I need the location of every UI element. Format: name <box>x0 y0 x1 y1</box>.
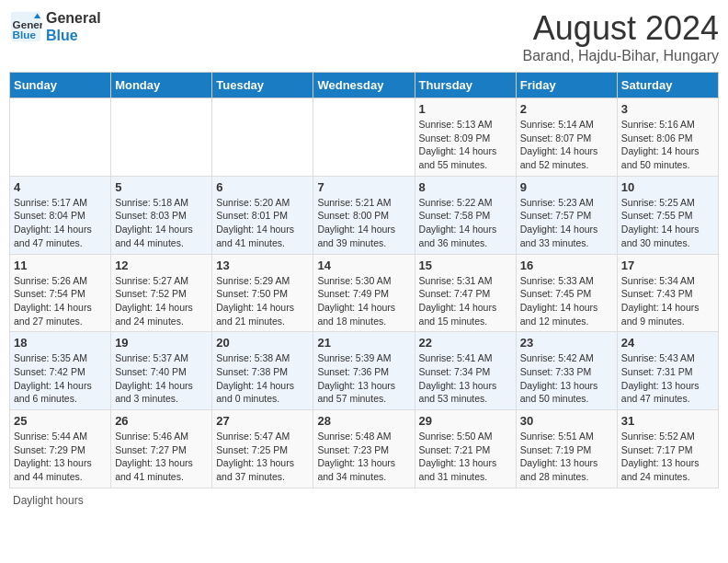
calendar-week-row: 4Sunrise: 5:17 AM Sunset: 8:04 PM Daylig… <box>10 176 719 254</box>
cell-content: Sunrise: 5:27 AM Sunset: 7:52 PM Dayligh… <box>115 274 208 328</box>
calendar-week-row: 11Sunrise: 5:26 AM Sunset: 7:54 PM Dayli… <box>10 254 719 332</box>
calendar-cell <box>212 98 313 177</box>
cell-content: Sunrise: 5:52 AM Sunset: 7:17 PM Dayligh… <box>621 430 714 484</box>
calendar-cell: 29Sunrise: 5:50 AM Sunset: 7:21 PM Dayli… <box>415 410 516 488</box>
footer-note: Daylight hours <box>9 494 719 507</box>
calendar-cell: 28Sunrise: 5:48 AM Sunset: 7:23 PM Dayli… <box>313 410 415 488</box>
calendar-cell: 7Sunrise: 5:21 AM Sunset: 8:00 PM Daylig… <box>313 176 415 254</box>
logo-text-general: General <box>46 9 101 27</box>
cell-content: Sunrise: 5:48 AM Sunset: 7:23 PM Dayligh… <box>317 430 410 484</box>
cell-content: Sunrise: 5:21 AM Sunset: 8:00 PM Dayligh… <box>317 196 410 250</box>
day-number: 9 <box>520 180 613 194</box>
calendar-day-header: Tuesday <box>212 73 313 98</box>
calendar-cell: 12Sunrise: 5:27 AM Sunset: 7:52 PM Dayli… <box>111 254 212 332</box>
day-number: 15 <box>419 259 512 272</box>
cell-content: Sunrise: 5:18 AM Sunset: 8:03 PM Dayligh… <box>115 196 208 250</box>
day-number: 14 <box>317 259 410 272</box>
day-number: 23 <box>520 336 613 350</box>
cell-content: Sunrise: 5:29 AM Sunset: 7:50 PM Dayligh… <box>216 274 309 328</box>
calendar-cell: 8Sunrise: 5:22 AM Sunset: 7:58 PM Daylig… <box>415 176 516 254</box>
subtitle: Barand, Hajdu-Bihar, Hungary <box>523 48 719 64</box>
day-number: 31 <box>621 414 714 428</box>
calendar-day-header: Saturday <box>617 73 718 98</box>
calendar-cell: 4Sunrise: 5:17 AM Sunset: 8:04 PM Daylig… <box>10 176 111 254</box>
day-number: 25 <box>14 414 107 428</box>
calendar-cell <box>10 98 111 177</box>
cell-content: Sunrise: 5:17 AM Sunset: 8:04 PM Dayligh… <box>14 196 107 250</box>
day-number: 13 <box>216 259 309 272</box>
day-number: 4 <box>14 180 107 194</box>
calendar-cell: 24Sunrise: 5:43 AM Sunset: 7:31 PM Dayli… <box>617 332 718 410</box>
day-number: 27 <box>216 414 309 428</box>
day-number: 22 <box>419 336 512 350</box>
calendar-week-row: 18Sunrise: 5:35 AM Sunset: 7:42 PM Dayli… <box>10 332 719 410</box>
calendar-week-row: 1Sunrise: 5:13 AM Sunset: 8:09 PM Daylig… <box>10 98 719 177</box>
logo-icon: General Blue <box>9 10 42 43</box>
calendar-cell: 31Sunrise: 5:52 AM Sunset: 7:17 PM Dayli… <box>617 410 718 488</box>
cell-content: Sunrise: 5:44 AM Sunset: 7:29 PM Dayligh… <box>14 430 107 484</box>
cell-content: Sunrise: 5:16 AM Sunset: 8:06 PM Dayligh… <box>621 118 714 172</box>
calendar-cell: 30Sunrise: 5:51 AM Sunset: 7:19 PM Dayli… <box>516 410 617 488</box>
cell-content: Sunrise: 5:41 AM Sunset: 7:34 PM Dayligh… <box>419 351 512 406</box>
calendar-cell: 26Sunrise: 5:46 AM Sunset: 7:27 PM Dayli… <box>111 410 212 488</box>
logo: General Blue General Blue <box>9 9 101 44</box>
title-area: August 2024 Barand, Hajdu-Bihar, Hungary <box>523 9 719 64</box>
svg-text:Blue: Blue <box>13 29 37 40</box>
cell-content: Sunrise: 5:50 AM Sunset: 7:21 PM Dayligh… <box>419 430 512 484</box>
calendar-day-header: Sunday <box>10 73 111 98</box>
page-header: General Blue General Blue August 2024 Ba… <box>9 9 719 64</box>
calendar-cell: 11Sunrise: 5:26 AM Sunset: 7:54 PM Dayli… <box>10 254 111 332</box>
calendar-cell: 1Sunrise: 5:13 AM Sunset: 8:09 PM Daylig… <box>415 98 516 177</box>
calendar-day-header: Monday <box>111 73 212 98</box>
day-number: 7 <box>317 180 410 194</box>
main-title: August 2024 <box>523 9 719 48</box>
day-number: 2 <box>520 102 613 116</box>
calendar-cell <box>313 98 415 177</box>
cell-content: Sunrise: 5:13 AM Sunset: 8:09 PM Dayligh… <box>419 118 512 172</box>
calendar-cell: 3Sunrise: 5:16 AM Sunset: 8:06 PM Daylig… <box>617 98 718 177</box>
cell-content: Sunrise: 5:31 AM Sunset: 7:47 PM Dayligh… <box>419 274 512 328</box>
day-number: 6 <box>216 180 309 194</box>
calendar-cell: 13Sunrise: 5:29 AM Sunset: 7:50 PM Dayli… <box>212 254 313 332</box>
day-number: 24 <box>621 336 714 350</box>
day-number: 11 <box>14 259 107 272</box>
calendar-day-header: Friday <box>516 73 617 98</box>
calendar-cell: 17Sunrise: 5:34 AM Sunset: 7:43 PM Dayli… <box>617 254 718 332</box>
cell-content: Sunrise: 5:43 AM Sunset: 7:31 PM Dayligh… <box>621 351 714 406</box>
cell-content: Sunrise: 5:34 AM Sunset: 7:43 PM Dayligh… <box>621 274 714 328</box>
calendar-cell: 19Sunrise: 5:37 AM Sunset: 7:40 PM Dayli… <box>111 332 212 410</box>
cell-content: Sunrise: 5:30 AM Sunset: 7:49 PM Dayligh… <box>317 274 410 328</box>
calendar-header-row: SundayMondayTuesdayWednesdayThursdayFrid… <box>10 73 719 98</box>
cell-content: Sunrise: 5:23 AM Sunset: 7:57 PM Dayligh… <box>520 196 613 250</box>
calendar-cell: 14Sunrise: 5:30 AM Sunset: 7:49 PM Dayli… <box>313 254 415 332</box>
day-number: 26 <box>115 414 208 428</box>
calendar-day-header: Wednesday <box>313 73 415 98</box>
calendar-cell: 15Sunrise: 5:31 AM Sunset: 7:47 PM Dayli… <box>415 254 516 332</box>
day-number: 17 <box>621 259 714 272</box>
day-number: 3 <box>621 102 714 116</box>
cell-content: Sunrise: 5:22 AM Sunset: 7:58 PM Dayligh… <box>419 196 512 250</box>
cell-content: Sunrise: 5:39 AM Sunset: 7:36 PM Dayligh… <box>317 351 410 406</box>
cell-content: Sunrise: 5:37 AM Sunset: 7:40 PM Dayligh… <box>115 351 208 406</box>
cell-content: Sunrise: 5:47 AM Sunset: 7:25 PM Dayligh… <box>216 430 309 484</box>
day-number: 12 <box>115 259 208 272</box>
calendar-cell: 23Sunrise: 5:42 AM Sunset: 7:33 PM Dayli… <box>516 332 617 410</box>
day-number: 19 <box>115 336 208 350</box>
calendar-day-header: Thursday <box>415 73 516 98</box>
day-number: 30 <box>520 414 613 428</box>
cell-content: Sunrise: 5:42 AM Sunset: 7:33 PM Dayligh… <box>520 351 613 406</box>
day-number: 8 <box>419 180 512 194</box>
day-number: 1 <box>419 102 512 116</box>
cell-content: Sunrise: 5:46 AM Sunset: 7:27 PM Dayligh… <box>115 430 208 484</box>
day-number: 21 <box>317 336 410 350</box>
cell-content: Sunrise: 5:38 AM Sunset: 7:38 PM Dayligh… <box>216 351 309 406</box>
calendar-table: SundayMondayTuesdayWednesdayThursdayFrid… <box>9 72 719 488</box>
cell-content: Sunrise: 5:35 AM Sunset: 7:42 PM Dayligh… <box>14 351 107 406</box>
cell-content: Sunrise: 5:20 AM Sunset: 8:01 PM Dayligh… <box>216 196 309 250</box>
calendar-cell: 5Sunrise: 5:18 AM Sunset: 8:03 PM Daylig… <box>111 176 212 254</box>
day-number: 10 <box>621 180 714 194</box>
calendar-cell: 10Sunrise: 5:25 AM Sunset: 7:55 PM Dayli… <box>617 176 718 254</box>
calendar-cell: 27Sunrise: 5:47 AM Sunset: 7:25 PM Dayli… <box>212 410 313 488</box>
cell-content: Sunrise: 5:14 AM Sunset: 8:07 PM Dayligh… <box>520 118 613 172</box>
calendar-cell: 16Sunrise: 5:33 AM Sunset: 7:45 PM Dayli… <box>516 254 617 332</box>
